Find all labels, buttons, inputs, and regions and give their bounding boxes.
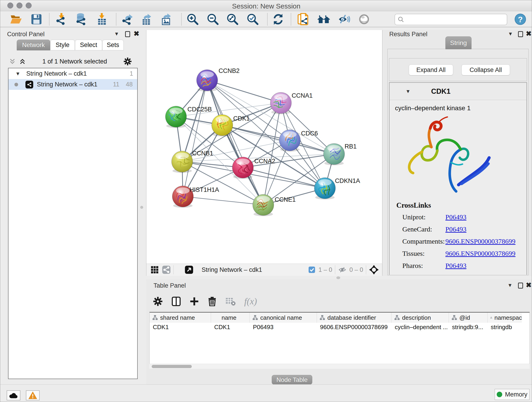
help-icon[interactable]: ? bbox=[513, 13, 527, 26]
network-row[interactable]: String Network – cdk1 11 48 bbox=[8, 79, 137, 90]
delete-table-icon[interactable] bbox=[225, 297, 235, 306]
column-header-description[interactable]: description bbox=[392, 313, 449, 323]
cell-shared-name[interactable]: CDK1 bbox=[150, 323, 211, 332]
control-panel-close-icon[interactable]: ✖ bbox=[133, 30, 139, 37]
crosslink-label: Tissues: bbox=[402, 249, 424, 257]
add-column-icon[interactable] bbox=[190, 297, 199, 306]
tab-network[interactable]: Network bbox=[17, 40, 50, 51]
crosslink-pharos-link[interactable]: P06493 bbox=[445, 262, 467, 269]
scrollbar-thumb[interactable] bbox=[152, 365, 192, 368]
import-table-icon[interactable] bbox=[95, 13, 109, 26]
network-edge-CCNE1-HIST1H1A[interactable] bbox=[183, 196, 263, 205]
network-graph: CCNB2CCNA1CDC25BCDK1CDC6RB1CCNB1CCNA2CDK… bbox=[146, 30, 382, 264]
node-label-CCNB1: CCNB1 bbox=[192, 150, 213, 157]
column-header-id[interactable]: @id bbox=[449, 313, 488, 323]
column-header-database-identifier[interactable]: database identifier bbox=[317, 313, 392, 323]
table-panel-close-icon[interactable]: ✖ bbox=[526, 282, 532, 288]
network-overview-share-icon[interactable] bbox=[162, 265, 171, 274]
crosslink-uniprot-link[interactable]: P06493 bbox=[445, 213, 467, 221]
results-panel-float-icon[interactable] bbox=[518, 31, 523, 37]
tab-style[interactable]: Style bbox=[50, 40, 75, 51]
collapse-all-button[interactable]: Collapse All bbox=[462, 64, 510, 75]
tab-sets[interactable]: Sets bbox=[102, 40, 124, 51]
control-panel-collapse-icon[interactable]: ▼ bbox=[114, 32, 119, 36]
show-columns-icon[interactable] bbox=[171, 297, 181, 306]
delete-column-trash-icon[interactable] bbox=[208, 297, 217, 306]
protein-disclosure-icon[interactable]: ▼ bbox=[405, 89, 411, 94]
table-horizontal-scrollbar[interactable] bbox=[149, 364, 530, 369]
tab-select[interactable]: Select bbox=[75, 40, 102, 51]
svg-text:?: ? bbox=[518, 15, 523, 24]
node-label-CDKN1A: CDKN1A bbox=[335, 177, 360, 184]
memory-button[interactable]: Memory bbox=[495, 389, 530, 400]
column-header-shared-name[interactable]: shared name bbox=[150, 313, 211, 323]
save-session-icon[interactable] bbox=[30, 13, 43, 26]
expand-all-button[interactable]: Expand All bbox=[409, 64, 453, 75]
search-input[interactable] bbox=[394, 14, 507, 25]
crosslink-compartments-link[interactable]: 9606.ENSP00000378699 bbox=[445, 237, 515, 245]
results-panel-collapse-icon[interactable]: ▼ bbox=[508, 32, 513, 36]
import-network-database-icon[interactable] bbox=[74, 13, 88, 26]
show-details-eye-icon[interactable] bbox=[357, 13, 371, 26]
table-settings-gear-icon[interactable] bbox=[153, 297, 163, 306]
fit-selected-crosshair-icon[interactable] bbox=[369, 265, 379, 275]
horizontal-splitter-handle[interactable] bbox=[336, 276, 340, 279]
network-edge-CDK1-RB1[interactable] bbox=[222, 125, 334, 154]
export-table-icon[interactable] bbox=[140, 13, 154, 26]
crosslink-genecard-link[interactable]: P06493 bbox=[445, 225, 467, 233]
selected-items-checkbox-icon[interactable] bbox=[308, 266, 315, 273]
export-network-icon[interactable] bbox=[121, 13, 134, 26]
zoom-out-icon[interactable] bbox=[206, 13, 220, 26]
cell-canonical-name[interactable]: P06493 bbox=[250, 323, 317, 332]
zoom-selected-icon[interactable] bbox=[246, 13, 260, 26]
results-panel-close-icon[interactable]: ✖ bbox=[526, 30, 532, 37]
crosslink-tissues-link[interactable]: 9606.ENSP00000378699 bbox=[445, 249, 515, 257]
refresh-icon[interactable] bbox=[271, 13, 285, 26]
export-image-icon[interactable] bbox=[160, 13, 173, 26]
network-edge-CCNB2-HIST1H1A[interactable] bbox=[183, 80, 207, 196]
function-builder-icon[interactable]: f(x) bbox=[244, 296, 257, 307]
control-panel-float-icon[interactable] bbox=[125, 31, 130, 37]
import-network-file-icon[interactable] bbox=[55, 13, 69, 26]
network-canvas[interactable]: CCNB2CCNA1CDC25BCDK1CDC6RB1CCNB1CCNA2CDK… bbox=[146, 30, 382, 264]
cell-namespace[interactable]: stringdb bbox=[488, 323, 522, 332]
birdseye-view-icon[interactable] bbox=[151, 266, 159, 274]
tab-node-table[interactable]: Node Table bbox=[272, 375, 312, 385]
cell-name[interactable]: CDK1 bbox=[211, 323, 250, 332]
hide-details-eye-slash-icon[interactable] bbox=[337, 13, 351, 26]
node-gloss bbox=[169, 108, 183, 114]
collection-disclosure-icon[interactable]: ▼ bbox=[15, 71, 20, 76]
cell-id[interactable]: stringdb:9... bbox=[449, 323, 488, 332]
network-collection-row[interactable]: ▼ String Network – cdk1 1 bbox=[8, 68, 137, 79]
toolbar-separator bbox=[181, 13, 182, 26]
open-session-icon[interactable] bbox=[9, 13, 23, 26]
zoom-in-icon[interactable] bbox=[186, 13, 200, 26]
column-header-namespace[interactable]: namespac bbox=[488, 313, 522, 323]
search-field[interactable] bbox=[406, 16, 503, 23]
table-row[interactable]: CDK1 CDK1 P06493 9606.ENSP00000378699 cy… bbox=[150, 323, 530, 332]
clone-network-icon[interactable] bbox=[296, 13, 310, 26]
cloud-tasks-button[interactable] bbox=[7, 390, 20, 400]
table-panel-float-icon[interactable] bbox=[518, 283, 523, 288]
open-in-new-window-icon[interactable] bbox=[185, 265, 193, 274]
protein-card-header[interactable]: ▼ CDK1 bbox=[389, 83, 526, 100]
collapse-all-chevrons-icon[interactable] bbox=[9, 58, 16, 65]
vertical-splitter-handle[interactable] bbox=[140, 206, 143, 209]
network-edge-CCNB2-CCNA1[interactable] bbox=[207, 80, 281, 103]
expand-all-chevrons-icon[interactable] bbox=[19, 58, 26, 65]
network-selection-summary: 1 of 1 Network selected bbox=[26, 58, 123, 65]
cell-database-identifier[interactable]: 9606.ENSP00000378699 bbox=[317, 323, 392, 332]
table-panel: Table Panel ▼ ✖ f(x) shared name name ca… bbox=[146, 279, 532, 384]
toolbar-separator bbox=[291, 13, 291, 26]
hidden-items-eye-slash-icon[interactable] bbox=[338, 266, 347, 274]
zoom-fit-icon[interactable] bbox=[226, 13, 239, 26]
cell-description[interactable]: cyclin–dependent ... bbox=[392, 323, 449, 332]
network-options-gear-icon[interactable] bbox=[123, 57, 132, 65]
home-icon[interactable] bbox=[317, 13, 331, 26]
column-header-canonical-name[interactable]: canonical name bbox=[250, 313, 317, 323]
results-tab-string[interactable]: String bbox=[445, 36, 472, 49]
network-edge-CCNA2-CDKN1A[interactable] bbox=[243, 167, 325, 188]
warnings-button[interactable] bbox=[26, 390, 40, 400]
column-header-name[interactable]: name bbox=[211, 313, 250, 323]
table-panel-collapse-icon[interactable]: ▼ bbox=[507, 283, 513, 288]
